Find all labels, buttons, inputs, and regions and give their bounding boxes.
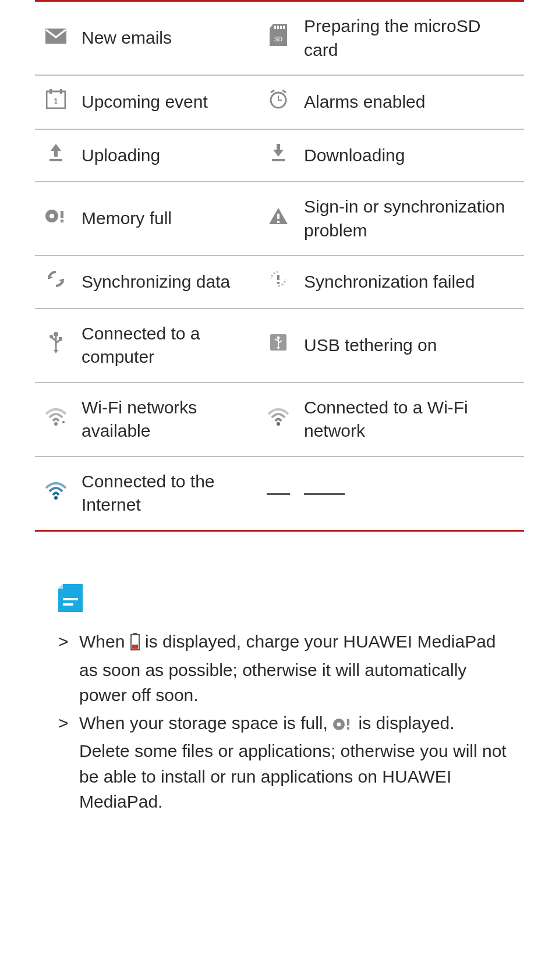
svg-rect-4 xyxy=(283,26,285,29)
email-label: New emails xyxy=(77,1,257,76)
sd-card-label: Preparing the microSD card xyxy=(299,1,524,76)
table-row: 1 Upcoming event Alarms enabled xyxy=(35,75,524,129)
page-footer: 10 xyxy=(0,978,559,981)
sync-icon xyxy=(46,269,66,295)
svg-text:SD: SD xyxy=(274,36,282,43)
svg-point-27 xyxy=(49,335,53,338)
note-item-storage: When your storage space is full, is disp… xyxy=(58,710,507,815)
svg-rect-37 xyxy=(63,603,73,606)
table-row: Wi-Fi networks available Connected to a … xyxy=(35,383,524,457)
table-row: Synchronizing data Synchronization faile… xyxy=(35,256,524,309)
storage-full-icon xyxy=(332,713,353,739)
svg-rect-44 xyxy=(347,727,349,730)
blank-label xyxy=(304,493,345,495)
svg-rect-21 xyxy=(277,214,280,219)
memory-full-label: Memory full xyxy=(77,182,257,256)
svg-point-33 xyxy=(62,421,65,423)
sync-failed-icon xyxy=(268,269,288,295)
upload-icon xyxy=(47,143,65,169)
table-row: New emails SD Preparing the microSD card xyxy=(35,1,524,76)
svg-rect-7 xyxy=(49,89,52,94)
blank-icon xyxy=(267,493,290,495)
download-label: Downloading xyxy=(299,129,524,182)
wifi-available-icon xyxy=(45,408,67,432)
svg-point-34 xyxy=(277,422,280,426)
svg-text:1: 1 xyxy=(54,97,58,106)
svg-rect-24 xyxy=(277,282,280,284)
sync-failed-label: Synchronization failed xyxy=(299,256,524,309)
upload-label: Uploading xyxy=(77,129,257,182)
wifi-available-label: Wi-Fi networks available xyxy=(77,383,257,457)
warning-icon xyxy=(268,207,289,232)
svg-rect-28 xyxy=(59,337,62,341)
svg-rect-8 xyxy=(60,89,62,94)
sd-card-icon: SD xyxy=(270,24,287,52)
internet-label: Connected to the Internet xyxy=(77,457,257,531)
svg-rect-22 xyxy=(277,221,280,223)
memory-full-icon xyxy=(44,207,68,231)
usb-icon xyxy=(48,331,63,360)
svg-point-18 xyxy=(49,214,54,218)
svg-rect-23 xyxy=(277,275,280,280)
svg-rect-2 xyxy=(277,26,279,29)
svg-line-14 xyxy=(282,90,286,93)
table-row: Connected to a computer USB tethering on xyxy=(35,309,524,383)
svg-point-42 xyxy=(337,722,341,726)
table-row: Uploading Downloading xyxy=(35,129,524,182)
usb-label: Connected to a computer xyxy=(77,309,257,383)
svg-rect-3 xyxy=(280,26,282,29)
svg-point-32 xyxy=(54,422,58,426)
notes-block: When is displayed, charge your HUAWEI Me… xyxy=(35,584,524,815)
sync-label: Synchronizing data xyxy=(77,256,257,309)
calendar-label: Upcoming event xyxy=(77,75,257,129)
table-row: Memory full Sign-in or synchronization p… xyxy=(35,182,524,256)
calendar-icon: 1 xyxy=(46,89,66,115)
usb-tether-icon xyxy=(269,333,288,358)
svg-rect-19 xyxy=(61,211,63,218)
svg-rect-1 xyxy=(274,26,276,29)
alarm-label: Alarms enabled xyxy=(299,75,524,129)
svg-rect-36 xyxy=(63,598,78,600)
svg-rect-16 xyxy=(272,159,285,161)
warning-label: Sign-in or synchronization problem xyxy=(299,182,524,256)
table-row: Connected to the Internet xyxy=(35,457,524,531)
status-icons-table: New emails SD Preparing the microSD card… xyxy=(35,0,524,532)
alarm-icon xyxy=(268,89,289,116)
svg-rect-40 xyxy=(132,645,138,649)
download-icon xyxy=(270,143,287,169)
battery-low-icon xyxy=(130,632,140,657)
note-item-battery: When is displayed, charge your HUAWEI Me… xyxy=(58,629,507,708)
svg-rect-20 xyxy=(61,220,63,222)
page-number: 10 xyxy=(59,978,79,981)
email-icon xyxy=(45,27,67,51)
wifi-connected-label: Connected to a Wi-Fi network xyxy=(299,383,524,457)
internet-icon xyxy=(45,482,67,506)
note-icon xyxy=(58,584,83,619)
svg-rect-15 xyxy=(49,159,62,161)
svg-rect-43 xyxy=(347,719,349,726)
usb-tether-label: USB tethering on xyxy=(299,309,524,383)
svg-line-13 xyxy=(271,90,274,93)
wifi-connected-icon xyxy=(267,408,289,432)
svg-point-35 xyxy=(54,496,58,500)
